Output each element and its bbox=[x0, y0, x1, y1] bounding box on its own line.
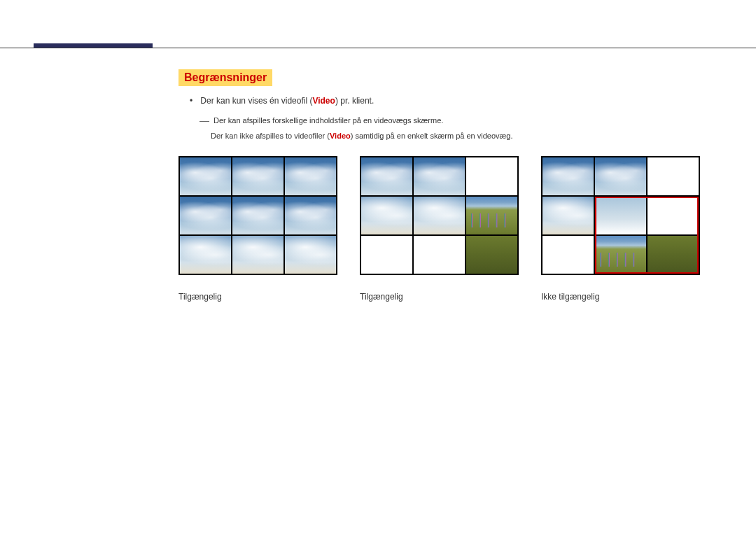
grid-cell bbox=[542, 236, 594, 274]
figures-row: Tilgængelig Tilgængelig bbox=[178, 156, 756, 302]
figure-caption-2: Tilgængelig bbox=[360, 292, 519, 302]
figure-1: Tilgængelig bbox=[178, 156, 337, 302]
section-title: Begrænsninger bbox=[178, 69, 272, 86]
figure-caption-3: Ikke tilgængelig bbox=[541, 292, 700, 302]
bullet-highlight: Video bbox=[312, 96, 335, 106]
grid-cell bbox=[232, 197, 284, 234]
bullet-dot: • bbox=[190, 96, 198, 106]
grid-cell bbox=[285, 236, 336, 274]
grid-cell bbox=[466, 197, 517, 234]
bullet-text-suffix: ) pr. klient. bbox=[335, 96, 374, 106]
grid-cell bbox=[361, 197, 412, 234]
sublist-line-2: Der kan ikke afspilles to videofiler (Vi… bbox=[211, 129, 756, 143]
grid-cell bbox=[361, 157, 412, 195]
figure-3: Ikke tilgængelig bbox=[541, 156, 700, 302]
grid-cell bbox=[414, 197, 465, 234]
video-wall-grid-1 bbox=[178, 156, 337, 275]
grid-cell bbox=[285, 157, 336, 195]
grid-cell bbox=[414, 236, 465, 274]
video-wall-grid-3 bbox=[541, 156, 700, 275]
grid-cell bbox=[648, 197, 699, 234]
dash-icon: ― bbox=[200, 115, 209, 126]
video-wall-grid-2 bbox=[360, 156, 519, 275]
grid-cell bbox=[542, 197, 594, 234]
grid-cell bbox=[414, 157, 465, 195]
grid-cell bbox=[232, 157, 284, 195]
grid-cell bbox=[648, 236, 699, 274]
grid-cell bbox=[466, 236, 517, 274]
sublist-text-2-suffix: ) samtidig på en enkelt skærm på en vide… bbox=[351, 132, 513, 140]
bullet-text-prefix: Der kan kun vises én videofil ( bbox=[200, 96, 312, 106]
grid-cell bbox=[595, 236, 646, 274]
page-content: Begrænsninger • Der kan kun vises én vid… bbox=[0, 48, 756, 302]
header-accent-bar bbox=[34, 43, 153, 48]
grid-cell bbox=[285, 197, 336, 234]
grid-cell bbox=[361, 236, 412, 274]
figure-2: Tilgængelig bbox=[360, 156, 519, 302]
grid-cell bbox=[232, 236, 284, 274]
grid-cell bbox=[595, 157, 646, 195]
figure-caption-1: Tilgængelig bbox=[178, 292, 337, 302]
grid-cell bbox=[180, 157, 231, 195]
sublist-text-2-prefix: Der kan ikke afspilles to videofiler ( bbox=[211, 132, 330, 140]
grid-cell bbox=[180, 236, 231, 274]
grid-cell bbox=[595, 197, 646, 234]
sublist-highlight-2: Video bbox=[330, 132, 351, 140]
sublist-line-1: ―Der kan afspilles forskellige indholdsf… bbox=[200, 113, 756, 129]
grid-cell bbox=[180, 197, 231, 234]
grid-cell bbox=[542, 157, 594, 195]
grid-cell bbox=[648, 157, 699, 195]
grid-cell bbox=[466, 157, 517, 195]
sublist: ―Der kan afspilles forskellige indholdsf… bbox=[200, 113, 756, 142]
bullet-item: • Der kan kun vises én videofil (Video) … bbox=[190, 96, 756, 106]
sublist-text-1: Der kan afspilles forskellige indholdsfi… bbox=[214, 116, 443, 125]
